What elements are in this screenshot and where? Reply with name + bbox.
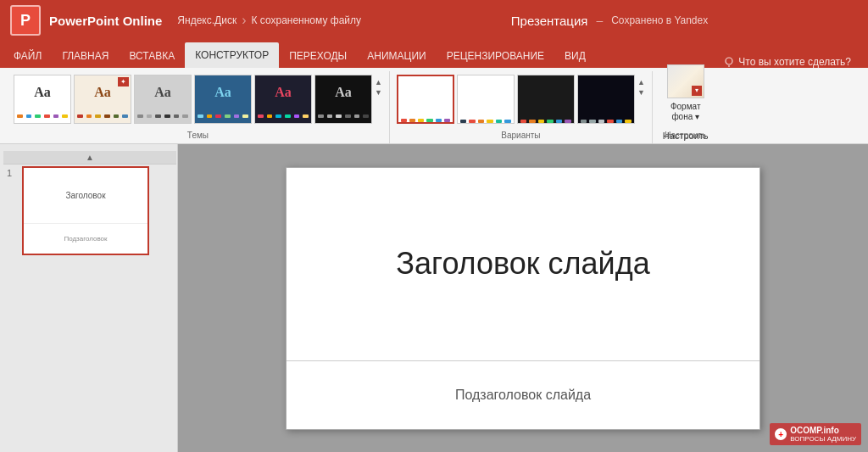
theme-gray[interactable]: Аа (134, 75, 192, 124)
variant-4[interactable] (577, 75, 635, 124)
slide-title: Заголовок слайда (396, 246, 649, 282)
center-title-area: Презентация – Сохранено в Yandex (361, 14, 858, 28)
file-path-link[interactable]: К сохраненному файлу (251, 14, 361, 26)
ribbon-toolbar: Аа ✦ Аа Аа (0, 68, 868, 144)
variants-group: ▲ ▼ Варианты (390, 71, 653, 143)
breadcrumb-sep1: › (242, 13, 246, 28)
saved-status: Сохранено в Yandex (611, 14, 708, 26)
tab-design[interactable]: КОНСТРУКТОР (185, 42, 279, 68)
themes-group: Аа ✦ Аа Аа (7, 71, 390, 143)
theme-teal[interactable]: Аа (194, 75, 252, 124)
ribbon-tabs: ФАЙЛ ГЛАВНАЯ ВСТАВКА КОНСТРУКТОР ПЕРЕХОД… (0, 41, 868, 68)
variant-2[interactable] (457, 75, 515, 124)
scroll-up-arrow[interactable]: ▲ (3, 151, 176, 165)
variants-scroll[interactable]: ▲ ▼ (637, 75, 645, 97)
presentation-title: Презентация (511, 14, 588, 28)
app-logo: P (10, 5, 41, 36)
theme-dark[interactable]: Аа (254, 75, 312, 124)
themes-label: Темы (187, 131, 209, 140)
ribbon-search-area[interactable]: Что вы хотите сделать? (714, 56, 861, 68)
slide-title-area[interactable]: Заголовок слайда (287, 168, 760, 361)
canvas-area: Заголовок слайда Подзаголовок слайда + O… (178, 144, 868, 452)
watermark-icon: + (775, 428, 787, 440)
format-bg-button[interactable]: ▾ Форматфона ▾ (660, 59, 711, 127)
tab-file[interactable]: ФАЙЛ (3, 44, 52, 68)
slides-panel: ▲ 1 Заголовок Подзаголовок (0, 144, 178, 452)
watermark-icon-text: + (778, 430, 783, 439)
slide-subtitle: Подзаголовок слайда (455, 388, 591, 403)
format-bg-label: Форматфона ▾ (670, 102, 701, 122)
tab-view[interactable]: ВИД (554, 44, 596, 68)
variant-3[interactable] (517, 75, 575, 124)
tab-home[interactable]: ГЛАВНАЯ (52, 44, 119, 68)
variant-1[interactable] (397, 75, 454, 124)
svg-point-0 (726, 58, 732, 64)
theme-office[interactable]: ✦ Аа (74, 75, 131, 124)
format-label: Настроить (665, 131, 706, 140)
slide-subtitle-area[interactable]: Подзаголовок слайда (287, 361, 760, 429)
slide-number-1: 1 (7, 166, 19, 178)
slide-item-1[interactable]: 1 Заголовок Подзаголовок (3, 165, 174, 257)
tab-animations[interactable]: АНИМАЦИИ (357, 44, 436, 68)
watermark-sub-text: ВОПРОСЫ АДМИНУ (790, 435, 856, 443)
tab-review[interactable]: РЕЦЕНЗИРОВАНИЕ (437, 44, 554, 68)
watermark-main-text: OCOMP.info (790, 426, 856, 435)
app-name: PowerPoint Online (49, 14, 162, 28)
tab-insert[interactable]: ВСТАВКА (119, 44, 185, 68)
title-bar: P PowerPoint Online Яндекс.Диск › К сохр… (0, 0, 868, 41)
watermark-text-area: OCOMP.info ВОПРОСЫ АДМИНУ (790, 426, 856, 443)
lightbulb-icon (724, 57, 734, 67)
themes-scroll[interactable]: ▲ ▼ (375, 75, 382, 97)
format-group: ▾ Форматфона ▾ Настроить Настроить (653, 71, 719, 143)
theme-black[interactable]: Аа (314, 75, 372, 124)
ribbon-search-label: Что вы хотите сделать? (738, 56, 851, 68)
watermark: + OCOMP.info ВОПРОСЫ АДМИНУ (770, 423, 861, 445)
logo-text: P (20, 12, 31, 30)
title-separator: – (596, 14, 603, 27)
tab-transitions[interactable]: ПЕРЕХОДЫ (279, 44, 357, 68)
slide-canvas: Заголовок слайда Подзаголовок слайда (286, 167, 760, 430)
variants-label: Варианты (501, 131, 540, 140)
disk-link[interactable]: Яндекс.Диск (177, 14, 236, 26)
slide-thumbnail-1[interactable]: Заголовок Подзаголовок (22, 166, 149, 255)
theme-default[interactable]: Аа (14, 75, 71, 124)
main-area: ▲ 1 Заголовок Подзаголовок Заголовок сла… (0, 144, 868, 452)
